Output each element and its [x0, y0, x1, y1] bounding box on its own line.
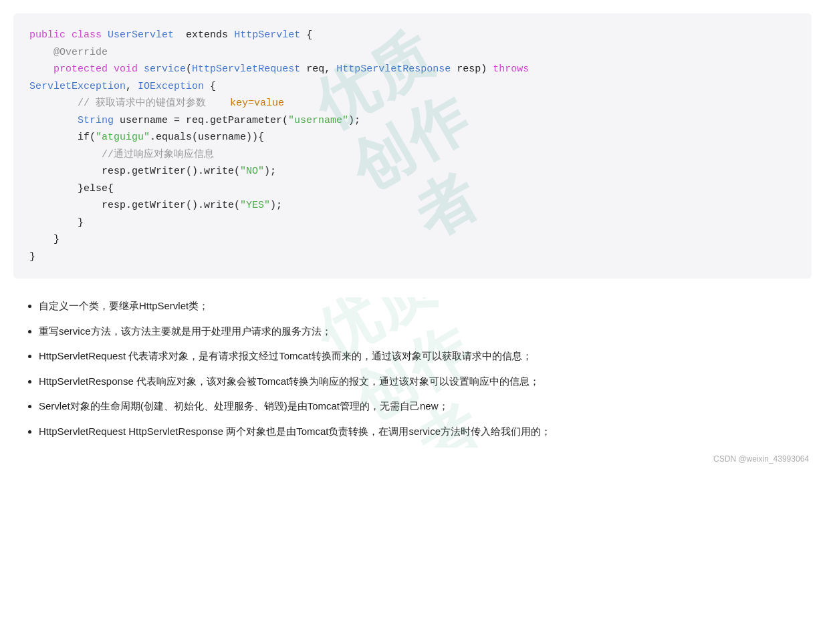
bullet-item-3: HttpServletRequest 代表请求对象，是有请求报文经过Tomcat…: [39, 347, 812, 365]
code-line-3: protected void service(HttpServletReques…: [29, 61, 796, 78]
bullet-item-5: Servlet对象的生命周期(创建、初始化、处理服务、销毁)是由Tomcat管理…: [39, 397, 812, 415]
code-line-9: }else{: [29, 180, 796, 198]
code-line-1: public class UserServlet extends HttpSer…: [29, 27, 796, 44]
bullet-item-2: 重写service方法，该方法主要就是用于处理用户请求的服务方法；: [39, 323, 812, 340]
code-line-6: if("atguigu".equals(username)){: [29, 129, 796, 146]
code-line-8: resp.getWriter().write("NO");: [29, 163, 796, 180]
code-line-10: resp.getWriter().write("YES");: [29, 197, 796, 214]
code-line-3b: ServletException, IOException {: [29, 78, 796, 96]
code-block: 优质创作者 public class UserServlet extends H…: [13, 13, 812, 279]
code-line-4: // 获取请求中的键值对参数 key=value: [29, 95, 796, 112]
bullet-list: 优质创作者 自定义一个类，要继承HttpServlet类； 重写service方…: [13, 297, 812, 448]
bullet-item-1: 自定义一个类，要继承HttpServlet类；: [39, 297, 812, 315]
code-line-11: }: [29, 214, 796, 232]
code-line-2: @Override: [29, 44, 796, 61]
code-line-7: //通过响应对象响应信息: [29, 146, 796, 164]
code-line-12: }: [29, 231, 796, 249]
bullet-item-6: HttpServletRequest HttpServletResponse 两…: [39, 423, 812, 440]
code-line-13: }: [29, 249, 796, 266]
bullet-item-4: HttpServletResponse 代表响应对象，该对象会被Tomcat转换…: [39, 373, 812, 390]
code-line-5: String username = req.getParameter("user…: [29, 112, 796, 130]
footer-label: CSDN @weixin_43993064: [13, 454, 812, 464]
bullet-items: 自定义一个类，要继承HttpServlet类； 重写service方法，该方法主…: [20, 297, 812, 440]
